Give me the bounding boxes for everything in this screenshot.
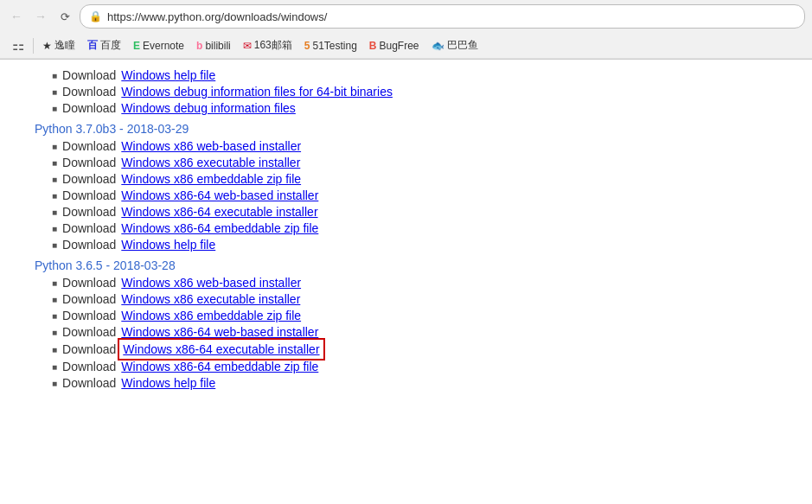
bullet-icon: ■ [52, 175, 57, 184]
list-item-highlighted: ■ Download Windows x86-64 executable ins… [52, 341, 777, 357]
list-item: ■ Download Windows x86 executable instal… [52, 292, 777, 306]
bullet-icon: ■ [52, 295, 57, 304]
highlighted-link-wrap: Windows x86-64 executable installer [121, 341, 321, 357]
download-link[interactable]: Windows x86 web-based installer [121, 276, 301, 290]
bookmark-label: 逸瞳 [54, 38, 75, 53]
address-bar[interactable]: 🔒 https://www.python.org/downloads/windo… [80, 4, 805, 29]
bullet-icon: ■ [52, 311, 57, 321]
bookmark-label: 百度 [100, 38, 121, 53]
download-link[interactable]: Windows x86 embeddable zip file [121, 309, 301, 322]
item-prefix: Download [62, 188, 116, 202]
download-link[interactable]: Windows x86-64 embeddable zip file [121, 221, 318, 235]
download-link[interactable]: Windows debug information files [121, 101, 296, 115]
list-item: ■ Download Windows x86-64 executable ins… [52, 205, 777, 219]
bookmark-51testing[interactable]: 5 51Testing [299, 38, 362, 54]
bullet-icon: ■ [52, 379, 57, 388]
section-2-list: ■ Download Windows x86 web-based install… [52, 276, 777, 390]
bookmark-bugfree[interactable]: B BugFree [364, 38, 425, 54]
bullet-icon: ■ [52, 191, 57, 201]
bullet-icon: ■ [52, 87, 57, 97]
bookmark-label: 51Testing [312, 40, 356, 52]
download-link[interactable]: Windows x86-64 executable installer [121, 205, 317, 219]
section-1-list: ■ Download Windows x86 web-based install… [52, 139, 777, 252]
bookmark-evernote[interactable]: E Evernote [128, 38, 189, 54]
download-link[interactable]: Windows x86 web-based installer [121, 139, 301, 153]
list-item: ■ Download Windows x86 embeddable zip fi… [52, 172, 777, 186]
item-prefix: Download [62, 68, 116, 82]
download-link[interactable]: Windows x86-64 web-based installer [121, 325, 318, 339]
download-link[interactable]: Windows x86-64 embeddable zip file [121, 360, 318, 373]
bookmark-yitong[interactable]: ★ 逸瞳 [37, 36, 80, 54]
item-prefix: Download [62, 360, 116, 373]
url-text: https://www.python.org/downloads/windows… [107, 10, 796, 23]
item-prefix: Download [62, 342, 116, 356]
bullet-icon: ■ [52, 224, 57, 233]
page-content: ■ Download Windows help file ■ Download … [0, 60, 812, 504]
download-link[interactable]: Windows x86 embeddable zip file [121, 172, 301, 186]
bookmark-label: 163邮箱 [254, 38, 292, 53]
bullet-icon: ■ [52, 362, 57, 372]
download-link[interactable]: Windows x86 executable installer [121, 292, 300, 306]
bookmark-icon: B [369, 40, 377, 52]
download-link[interactable]: Windows x86-64 web-based installer [121, 188, 318, 202]
list-item: ■ Download Windows x86 embeddable zip fi… [52, 309, 777, 322]
list-item: ■ Download Windows x86 executable instal… [52, 156, 777, 169]
list-item: ■ Download Windows x86 web-based install… [52, 276, 777, 290]
list-item: ■ Download Windows x86-64 embeddable zip… [52, 360, 777, 373]
item-prefix: Download [62, 205, 116, 219]
bookmark-icon: 5 [304, 40, 310, 52]
download-link[interactable]: Windows debug information files for 64-b… [121, 85, 393, 99]
list-item: ■ Download Windows help file [52, 68, 777, 82]
download-link[interactable]: Windows x86 executable installer [121, 156, 300, 169]
bookmark-bilibili[interactable]: b bilibili [191, 38, 236, 54]
bullet-icon: ■ [52, 240, 57, 250]
bullet-icon: ■ [52, 71, 57, 80]
nav-bar: ← → ⟳ 🔒 https://www.python.org/downloads… [0, 0, 812, 33]
download-link[interactable]: Windows help file [121, 238, 215, 252]
bookmark-baidu[interactable]: 百 百度 [82, 36, 126, 54]
bookmark-label: BugFree [380, 40, 419, 52]
list-item: ■ Download Windows debug information fil… [52, 85, 777, 99]
bookmark-label: 巴巴鱼 [447, 38, 478, 53]
item-prefix: Download [62, 156, 116, 169]
lock-icon: 🔒 [89, 10, 102, 22]
section-heading-link[interactable]: Python 3.7.0b3 - 2018-03-29 [35, 122, 189, 136]
list-item: ■ Download Windows help file [52, 238, 777, 252]
bookmark-icon: ✉ [243, 40, 252, 52]
bookmark-icon: 百 [87, 38, 98, 53]
download-link[interactable]: Windows help file [121, 376, 215, 390]
forward-button[interactable]: → [31, 7, 50, 26]
list-item: ■ Download Windows x86-64 web-based inst… [52, 325, 777, 339]
item-prefix: Download [62, 85, 116, 99]
list-item: ■ Download Windows help file [52, 376, 777, 390]
item-prefix: Download [62, 292, 116, 306]
bookmark-separator [33, 38, 34, 54]
bullet-icon: ■ [52, 278, 57, 288]
bookmark-label: bilibili [205, 40, 230, 52]
item-prefix: Download [62, 101, 116, 115]
reload-button[interactable]: ⟳ [55, 7, 74, 26]
bookmark-icon: E [133, 40, 140, 52]
section-2-heading: Python 3.6.5 - 2018-03-28 [35, 258, 777, 272]
download-link-highlighted[interactable]: Windows x86-64 executable installer [123, 342, 319, 356]
bookmark-163[interactable]: ✉ 163邮箱 [238, 36, 297, 54]
bookmark-icon: 🐟 [432, 40, 444, 52]
back-button[interactable]: ← [7, 7, 26, 26]
bookmark-icon: ★ [42, 40, 52, 52]
item-prefix: Download [62, 276, 116, 290]
item-prefix: Download [62, 238, 116, 252]
section-0-list: ■ Download Windows help file ■ Download … [52, 68, 777, 115]
section-heading-link[interactable]: Python 3.6.5 - 2018-03-28 [35, 258, 176, 272]
bookmarks-bar: ⚏ ★ 逸瞳 百 百度 E Evernote b bilibili ✉ 163邮… [0, 33, 812, 59]
bookmark-icon: b [196, 40, 202, 52]
apps-button[interactable]: ⚏ [7, 35, 29, 55]
item-prefix: Download [62, 139, 116, 153]
section-1-heading: Python 3.7.0b3 - 2018-03-29 [35, 122, 777, 136]
bookmark-label: Evernote [143, 40, 184, 52]
download-link[interactable]: Windows help file [121, 68, 215, 82]
bookmark-babyu[interactable]: 🐟 巴巴鱼 [426, 36, 483, 54]
bullet-icon: ■ [52, 104, 57, 113]
bullet-icon: ■ [52, 158, 57, 168]
item-prefix: Download [62, 309, 116, 322]
list-item: ■ Download Windows debug information fil… [52, 101, 777, 115]
